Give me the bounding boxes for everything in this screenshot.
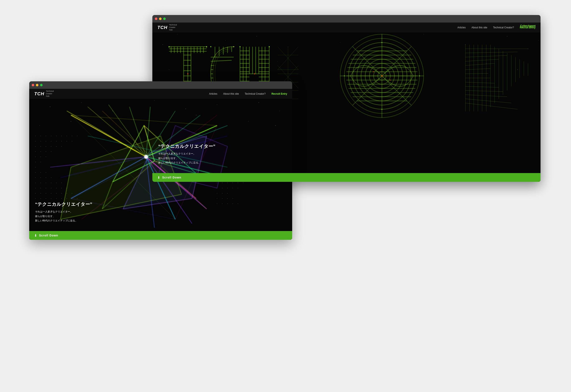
svg-point-221 xyxy=(35,151,36,152)
svg-point-227 xyxy=(46,157,46,157)
chrome-maximize-top[interactable] xyxy=(163,17,166,20)
svg-point-278 xyxy=(233,183,233,183)
hero-text-top: “テクニカルクリエイター” それは一人多才なクリエイター。 彼らが割り出す、 新… xyxy=(158,143,215,165)
chrome-close-bottom[interactable] xyxy=(32,84,34,86)
svg-point-235 xyxy=(41,177,41,178)
nav-articles-top[interactable]: Articles xyxy=(457,26,466,29)
svg-point-164 xyxy=(169,46,170,47)
svg-point-230 xyxy=(35,167,36,168)
svg-point-184 xyxy=(50,107,50,107)
chrome-maximize-bottom[interactable] xyxy=(40,84,43,86)
hero-sub2-bottom: 彼らが割り出す、 xyxy=(35,215,55,218)
svg-point-199 xyxy=(41,136,41,136)
scroll-arrow-top: ⬇ xyxy=(157,176,160,180)
browser-chrome-bottom xyxy=(29,81,292,89)
logo-subtitle-top: Technical Creator Hub xyxy=(169,24,177,31)
svg-point-222 xyxy=(41,151,41,152)
svg-point-219 xyxy=(56,146,57,147)
svg-point-264 xyxy=(61,198,62,199)
svg-point-216 xyxy=(41,146,41,147)
logo-top: TCH Technical Creator Hub xyxy=(157,24,177,31)
svg-point-248 xyxy=(56,188,57,188)
scroll-bar-bottom[interactable]: ⬇ Scroll Down xyxy=(29,231,292,240)
svg-point-247 xyxy=(51,188,52,188)
scroll-bar-top[interactable]: ⬇ Scroll Down xyxy=(152,173,541,182)
logo-sub3-bottom: Hub xyxy=(46,95,54,98)
nav-links-bottom: Articles About this site Technical Creat… xyxy=(209,92,287,95)
logo-subtitle-bottom: Technical Creator Hub xyxy=(46,90,54,97)
svg-point-202 xyxy=(56,136,57,136)
svg-point-190 xyxy=(259,102,259,103)
logo-bottom: TCH Technical Creator Hub xyxy=(34,90,54,97)
svg-point-165 xyxy=(206,46,207,47)
nav-about-top[interactable]: About this site xyxy=(471,26,487,29)
svg-point-231 xyxy=(35,172,36,173)
svg-point-210 xyxy=(51,141,52,141)
svg-point-170 xyxy=(240,46,241,47)
svg-point-205 xyxy=(72,136,73,136)
svg-point-189 xyxy=(217,104,217,105)
nav-recruit-bottom[interactable]: Recruit Entry xyxy=(272,92,287,95)
svg-point-285 xyxy=(238,188,238,188)
svg-point-280 xyxy=(243,183,244,183)
svg-point-245 xyxy=(41,188,41,188)
svg-point-180 xyxy=(390,80,391,81)
svg-point-220 xyxy=(61,146,62,147)
chrome-minimize-bottom[interactable] xyxy=(36,84,38,86)
svg-point-198 xyxy=(35,136,36,136)
nav-articles-bottom[interactable]: Articles xyxy=(209,92,217,95)
hero-subtitle-top: それは一人多才なクリエイター。 彼らが割り出す、 新しい時代のクリエイティブに迬… xyxy=(158,152,215,165)
logo-text-bottom: TCH xyxy=(34,91,44,97)
svg-point-233 xyxy=(46,172,46,173)
svg-point-16 xyxy=(215,65,215,66)
screenshot-container: CyberAgent TCH Technical Creator Hub Art… xyxy=(0,0,571,392)
svg-point-17 xyxy=(277,61,278,61)
svg-point-238 xyxy=(35,183,36,183)
svg-point-171 xyxy=(269,46,270,47)
svg-point-226 xyxy=(41,157,41,157)
svg-point-212 xyxy=(61,141,62,141)
nav-about-bottom[interactable]: About this site xyxy=(223,92,239,95)
svg-point-288 xyxy=(227,193,228,194)
chrome-minimize-top[interactable] xyxy=(159,17,161,20)
svg-point-251 xyxy=(35,193,36,194)
svg-point-262 xyxy=(51,198,52,199)
chrome-close-top[interactable] xyxy=(155,17,157,20)
logo-sub1-top: Technical xyxy=(169,24,177,26)
svg-point-187 xyxy=(154,100,155,101)
svg-point-185 xyxy=(81,102,82,103)
svg-point-209 xyxy=(46,141,46,141)
svg-point-193 xyxy=(71,121,71,122)
svg-point-20 xyxy=(517,70,518,70)
svg-point-234 xyxy=(35,177,36,178)
svg-point-181 xyxy=(187,73,189,74)
svg-point-232 xyxy=(41,172,41,173)
logo-sub3-top: Hub xyxy=(169,29,177,31)
hero-bottom: “テクニカルクリエイター” それは一人多才なクリエイター。 彼らが割り出す、 新… xyxy=(29,99,292,240)
svg-point-277 xyxy=(227,183,228,183)
svg-point-211 xyxy=(56,141,57,141)
svg-point-215 xyxy=(35,146,36,147)
svg-point-296 xyxy=(233,204,233,204)
svg-point-284 xyxy=(233,188,233,188)
svg-point-292 xyxy=(233,198,233,199)
svg-point-206 xyxy=(77,136,78,136)
scroll-arrow-bottom: ⬇ xyxy=(34,234,37,238)
scroll-label-top: Scroll Down xyxy=(162,176,181,179)
nav-technical-bottom[interactable]: Technical Creator? xyxy=(245,92,266,95)
svg-point-297 xyxy=(238,204,238,204)
nav-technical-top[interactable]: Technical Creator? xyxy=(493,26,514,29)
svg-point-259 xyxy=(35,198,36,199)
hero-subtitle-bottom: それは一人多才なクリエイター。 彼らが割り出す、 新しい時代のクリエイティブに迫… xyxy=(35,210,92,223)
hero-title-bottom: “テクニカルクリエイター” xyxy=(35,201,92,208)
svg-point-261 xyxy=(46,198,46,199)
svg-point-294 xyxy=(222,204,223,204)
svg-point-237 xyxy=(51,177,52,178)
nav-bottom: TCH Technical Creator Hub Articles About… xyxy=(29,89,292,99)
svg-point-178 xyxy=(381,75,382,77)
svg-point-244 xyxy=(35,188,36,188)
svg-point-260 xyxy=(41,198,41,199)
hero-sub3-top: 新しい時代のクリエイティブに迬る。 xyxy=(158,161,201,164)
svg-point-286 xyxy=(217,193,218,194)
svg-point-197 xyxy=(275,125,276,126)
